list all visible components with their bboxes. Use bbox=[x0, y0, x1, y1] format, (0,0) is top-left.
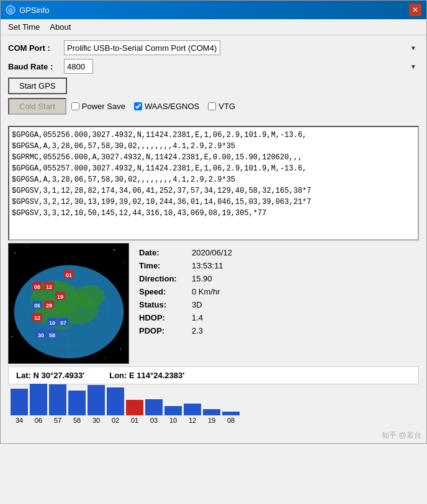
nmea-line: $GPGSA,A,3,28,06,57,58,30,02,,,,,,,,4.1,… bbox=[12, 141, 415, 152]
svg-text:58: 58 bbox=[49, 332, 55, 338]
com-port-row: COM Port : Prolific USB-to-Serial Comm P… bbox=[8, 40, 419, 55]
hdop-value: 1.4 bbox=[192, 313, 203, 322]
svg-point-7 bbox=[11, 336, 12, 337]
title-bar-left: G GPSinfo bbox=[6, 5, 49, 15]
speed-label: Speed: bbox=[139, 287, 192, 296]
lat-value: N 30°27.4933' bbox=[33, 371, 84, 380]
svg-text:12: 12 bbox=[34, 315, 40, 321]
signal-bar-label: 01 bbox=[131, 417, 138, 424]
title-bar: G GPSinfo ✕ bbox=[1, 1, 426, 19]
lon-label: Lon: bbox=[109, 371, 127, 380]
waas-checkbox-label[interactable]: WAAS/EGNOS bbox=[134, 102, 199, 111]
signal-bar bbox=[203, 409, 220, 415]
power-save-checkbox[interactable] bbox=[71, 102, 79, 110]
svg-text:28: 28 bbox=[46, 303, 52, 309]
svg-text:19: 19 bbox=[57, 294, 63, 300]
svg-text:10: 10 bbox=[49, 320, 55, 326]
signal-bar-label: 12 bbox=[189, 417, 196, 424]
status-label: Status: bbox=[139, 300, 192, 309]
lon-value: E 114°24.2383' bbox=[129, 371, 184, 380]
button-row-1: Start GPS bbox=[8, 77, 419, 94]
signal-bar-item: 57 bbox=[49, 384, 66, 424]
signal-bar bbox=[164, 406, 182, 415]
speed-row: Speed: 0 Km/hr bbox=[139, 287, 409, 296]
baud-rate-select-wrapper: 4800 9600 19200 38400 bbox=[64, 59, 419, 74]
signal-bar-item: 01 bbox=[126, 400, 143, 424]
lat-lon-bar: Lat: N 30°27.4933' Lon: E 114°24.2383' bbox=[8, 366, 419, 384]
nmea-line: $GPGSA,A,3,28,06,57,58,30,02,,,,,,,,4.1,… bbox=[12, 174, 415, 185]
signal-bar bbox=[222, 412, 240, 415]
svg-text:57: 57 bbox=[60, 320, 66, 326]
signal-bar-item: 03 bbox=[145, 399, 163, 424]
signal-bar-label: 02 bbox=[112, 417, 119, 424]
date-label: Date: bbox=[139, 248, 192, 257]
bars-row: 340657583002010310121908 bbox=[8, 387, 419, 424]
signal-bar-item: 34 bbox=[11, 389, 28, 424]
signal-section: 340657583002010310121908 bbox=[8, 387, 419, 424]
power-save-checkbox-label[interactable]: Power Save bbox=[71, 102, 125, 111]
waas-label: WAAS/EGNOS bbox=[145, 102, 199, 111]
baud-rate-select[interactable]: 4800 9600 19200 38400 bbox=[64, 59, 93, 74]
svg-text:12: 12 bbox=[46, 284, 52, 290]
signal-bar-label: 08 bbox=[227, 417, 235, 424]
signal-bar bbox=[49, 384, 66, 415]
checkbox-group: Power Save WAAS/EGNOS VTG bbox=[71, 102, 235, 111]
nmea-line: $GPGSV,3,1,12,28,82,174,34,06,41,252,37,… bbox=[12, 185, 415, 197]
signal-bar-label: 10 bbox=[169, 417, 177, 424]
signal-bar-label: 57 bbox=[54, 417, 61, 424]
nmea-line: $GPGGA,055256.000,3027.4932,N,11424.2381… bbox=[12, 130, 415, 141]
baud-rate-row: Baud Rate : 4800 9600 19200 38400 bbox=[8, 59, 419, 74]
menu-about[interactable]: About bbox=[45, 20, 76, 33]
signal-bar bbox=[11, 389, 28, 415]
lat-label: Lat: bbox=[16, 371, 31, 380]
vtg-checkbox-label[interactable]: VTG bbox=[208, 102, 235, 111]
signal-bar-label: 03 bbox=[150, 417, 158, 424]
signal-bar-label: 58 bbox=[73, 417, 81, 424]
nmea-output: $GPGGA,055256.000,3027.4932,N,11424.2381… bbox=[8, 126, 419, 241]
signal-bar-item: 12 bbox=[184, 404, 201, 424]
svg-text:06: 06 bbox=[34, 303, 40, 309]
hdop-row: HDOP: 1.4 bbox=[139, 313, 409, 322]
status-row: Status: 3D bbox=[139, 300, 409, 309]
start-gps-button[interactable]: Start GPS bbox=[8, 77, 67, 94]
info-section: 01 08 12 19 06 28 bbox=[8, 243, 419, 364]
cold-start-button[interactable]: Cold Start bbox=[8, 98, 66, 115]
svg-point-6 bbox=[123, 262, 124, 263]
globe-container: 01 08 12 19 06 28 bbox=[8, 243, 129, 364]
signal-bar bbox=[30, 384, 47, 415]
signal-bar-item: 19 bbox=[203, 409, 220, 424]
svg-text:G: G bbox=[8, 7, 12, 14]
com-port-select[interactable]: Prolific USB-to-Serial Comm Port (COM4) bbox=[64, 40, 220, 55]
menu-set-time[interactable]: Set Time bbox=[3, 20, 45, 33]
signal-bar bbox=[107, 387, 124, 415]
globe-svg: 01 08 12 19 06 28 bbox=[9, 244, 129, 364]
signal-bar-label: 19 bbox=[208, 417, 215, 424]
status-value: 3D bbox=[192, 300, 202, 309]
signal-bar bbox=[126, 400, 143, 415]
close-button[interactable]: ✕ bbox=[409, 4, 421, 16]
signal-bar-item: 10 bbox=[164, 406, 182, 424]
button-row-2: Cold Start Power Save WAAS/EGNOS VTG bbox=[8, 98, 419, 115]
lat-section: Lat: N 30°27.4933' bbox=[16, 371, 84, 380]
svg-point-5 bbox=[114, 249, 115, 250]
vtg-checkbox[interactable] bbox=[208, 102, 216, 110]
svg-point-3 bbox=[14, 252, 16, 254]
pdop-row: PDOP: 2.3 bbox=[139, 326, 409, 335]
lon-section: Lon: E 114°24.2383' bbox=[109, 371, 184, 380]
waas-checkbox[interactable] bbox=[134, 102, 142, 110]
speed-value: 0 Km/hr bbox=[192, 287, 220, 296]
nmea-line: $GPGSV,3,2,12,30,13,199,39,02,10,244,36,… bbox=[12, 197, 415, 208]
signal-bar bbox=[88, 385, 105, 415]
vtg-label: VTG bbox=[218, 102, 235, 111]
date-value: 2020/06/12 bbox=[192, 248, 232, 257]
form-area: COM Port : Prolific USB-to-Serial Comm P… bbox=[1, 35, 426, 123]
power-save-label: Power Save bbox=[82, 102, 125, 111]
date-row: Date: 2020/06/12 bbox=[139, 248, 409, 257]
time-row: Time: 13:53:11 bbox=[139, 261, 409, 270]
signal-bar bbox=[68, 391, 86, 415]
nmea-line: $GPGSV,3,3,12,10,50,145,12,44,316,10,43,… bbox=[12, 208, 415, 219]
nmea-line: $GPGGA,055257.000,3027.4932,N,11424.2381… bbox=[12, 163, 415, 174]
svg-point-8 bbox=[120, 348, 121, 350]
com-port-select-wrapper: Prolific USB-to-Serial Comm Port (COM4) bbox=[64, 40, 419, 55]
signal-bar-label: 34 bbox=[16, 417, 23, 424]
